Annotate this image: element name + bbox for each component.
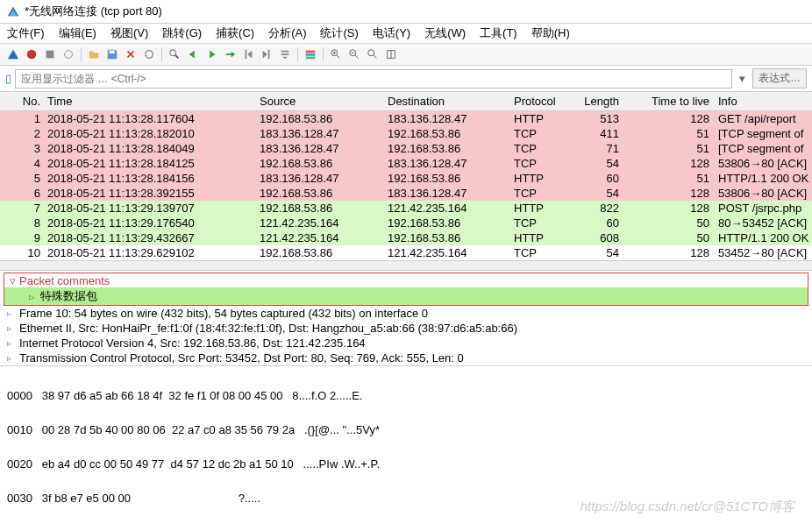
toolbar-separator — [81, 47, 82, 61]
auto-scroll-icon[interactable] — [277, 46, 293, 62]
packet-row[interactable]: 12018-05-21 11:13:28.117604192.168.53.86… — [0, 111, 812, 126]
expand-icon[interactable]: ▹ — [7, 338, 16, 348]
cell-destination: 183.136.128.47 — [384, 111, 510, 126]
cell-time: 2018-05-21 11:13:28.392155 — [44, 186, 256, 201]
expand-icon[interactable]: ▹ — [7, 308, 16, 318]
cell-length: 60 — [572, 171, 623, 186]
packet-row[interactable]: 72018-05-21 11:13:29.139707192.168.53.86… — [0, 201, 812, 216]
cell-time: 2018-05-21 11:13:28.184049 — [44, 141, 256, 156]
menu-capture[interactable]: 捕获(C) — [216, 25, 254, 41]
open-file-icon[interactable] — [86, 46, 102, 62]
packet-row[interactable]: 32018-05-21 11:13:28.184049183.136.128.4… — [0, 141, 812, 156]
packet-row[interactable]: 102018-05-21 11:13:29.629102192.168.53.8… — [0, 245, 812, 260]
packet-row[interactable]: 62018-05-21 11:13:28.392155192.168.53.86… — [0, 186, 812, 201]
cell-protocol: TCP — [510, 216, 572, 230]
svg-point-10 — [368, 50, 374, 56]
menu-view[interactable]: 视图(V) — [110, 25, 148, 41]
cell-destination: 183.136.128.47 — [384, 186, 510, 201]
packet-row[interactable]: 82018-05-21 11:13:29.176540121.42.235.16… — [0, 216, 812, 230]
cell-time: 2018-05-21 11:13:28.117604 — [44, 111, 256, 126]
cell-info: HTTP/1.1 200 OK — [713, 171, 812, 186]
col-header-protocol[interactable]: Protocol — [510, 94, 572, 109]
cell-destination: 192.168.53.86 — [384, 230, 510, 245]
frame-line[interactable]: Frame 10: 54 bytes on wire (432 bits), 5… — [19, 307, 428, 320]
cell-source: 121.42.235.164 — [256, 216, 384, 230]
cell-info: GET /api/report — [713, 111, 812, 126]
expand-icon[interactable]: ▹ — [7, 353, 16, 363]
zoom-reset-icon[interactable] — [365, 46, 381, 62]
col-header-no[interactable]: No. — [0, 94, 44, 109]
packet-details-pane[interactable]: ▿Packet comments ▹特殊数据包 ▹Frame 10: 54 by… — [0, 273, 812, 365]
cell-time: 2018-05-21 11:13:28.182010 — [44, 126, 256, 141]
toolbar-separator — [323, 47, 324, 61]
resize-columns-icon[interactable] — [383, 46, 399, 62]
restart-capture-icon[interactable] — [42, 46, 58, 62]
menu-telephony[interactable]: 电话(Y) — [373, 25, 410, 41]
save-file-icon[interactable] — [104, 46, 120, 62]
colorize-icon[interactable] — [303, 46, 318, 62]
menu-edit[interactable]: 编辑(E) — [59, 25, 96, 41]
expand-icon[interactable]: ▹ — [29, 290, 35, 303]
cell-source: 192.168.53.86 — [256, 111, 384, 126]
menu-bar: 文件(F) 编辑(E) 视图(V) 跳转(G) 捕获(C) 分析(A) 统计(S… — [0, 24, 812, 44]
expression-button[interactable]: 表达式… — [752, 68, 807, 89]
tcp-line[interactable]: Transmission Control Protocol, Src Port:… — [19, 351, 464, 365]
reload-icon[interactable] — [141, 46, 157, 62]
packet-list[interactable]: 12018-05-21 11:13:28.117604192.168.53.86… — [0, 111, 812, 260]
expand-icon[interactable]: ▿ — [10, 274, 16, 287]
cell-ttl: 50 — [623, 216, 713, 230]
zoom-in-icon[interactable] — [328, 46, 344, 62]
packet-row[interactable]: 42018-05-21 11:13:28.184125192.168.53.86… — [0, 156, 812, 171]
cell-no: 1 — [0, 111, 44, 126]
go-forward-icon[interactable] — [203, 46, 219, 62]
cell-ttl: 51 — [623, 126, 713, 141]
svg-point-2 — [65, 51, 73, 59]
svg-rect-5 — [306, 51, 316, 53]
menu-analyze[interactable]: 分析(A) — [268, 25, 306, 41]
hex-line: 0020 eb a4 d0 cc 00 50 49 77 d4 57 12 dc… — [7, 456, 805, 473]
pane-separator[interactable] — [0, 260, 812, 271]
packet-comments-title: Packet comments — [19, 274, 110, 287]
cell-info: 80→53452 [ACK] — [713, 216, 812, 230]
cell-protocol: HTTP — [510, 230, 572, 245]
col-header-destination[interactable]: Destination — [384, 94, 510, 109]
menu-wireless[interactable]: 无线(W) — [424, 25, 466, 41]
cell-info: POST /jsrpc.php — [713, 201, 812, 216]
display-filter-input[interactable] — [15, 69, 732, 89]
find-icon[interactable] — [167, 46, 182, 62]
cell-destination: 121.42.235.164 — [384, 201, 510, 216]
stop-capture-icon[interactable] — [24, 46, 39, 62]
packet-row[interactable]: 92018-05-21 11:13:29.432667121.42.235.16… — [0, 230, 812, 245]
col-header-ttl[interactable]: Time to live — [623, 94, 713, 109]
start-capture-icon[interactable] — [5, 46, 21, 62]
col-header-info[interactable]: Info — [713, 94, 812, 109]
cell-ttl: 128 — [623, 156, 713, 171]
title-bar: *无线网络连接 (tcp port 80) — [0, 0, 812, 24]
menu-tools[interactable]: 工具(T) — [480, 25, 517, 41]
menu-file[interactable]: 文件(F) — [7, 25, 45, 41]
menu-go[interactable]: 跳转(G) — [162, 25, 202, 41]
svg-rect-7 — [306, 57, 316, 60]
packet-row[interactable]: 52018-05-21 11:13:28.184156183.136.128.4… — [0, 171, 812, 186]
go-first-icon[interactable] — [240, 46, 256, 62]
menu-statistics[interactable]: 统计(S) — [320, 25, 358, 41]
close-file-icon[interactable] — [123, 46, 139, 62]
go-to-packet-icon[interactable] — [222, 46, 238, 62]
packet-comment-text: 特殊数据包 — [40, 288, 97, 304]
expand-icon[interactable]: ▹ — [7, 323, 16, 333]
menu-help[interactable]: 帮助(H) — [531, 25, 570, 41]
hex-line: 0000 38 97 d6 a5 ab 66 18 4f 32 fe f1 0f… — [7, 387, 805, 405]
zoom-out-icon[interactable] — [346, 46, 362, 62]
bookmark-icon[interactable]: ▯ — [5, 72, 11, 85]
capture-options-icon[interactable] — [61, 46, 76, 62]
ethernet-line[interactable]: Ethernet II, Src: HonHaiPr_fe:f1:0f (18:… — [19, 322, 517, 335]
packet-row[interactable]: 22018-05-21 11:13:28.182010183.136.128.4… — [0, 126, 812, 141]
ip-line[interactable]: Internet Protocol Version 4, Src: 192.16… — [19, 336, 366, 350]
col-header-time[interactable]: Time — [44, 94, 256, 109]
cell-ttl: 128 — [623, 245, 713, 260]
go-back-icon[interactable] — [185, 46, 201, 62]
col-header-length[interactable]: Length — [572, 94, 623, 109]
filter-dropdown-icon[interactable]: ▾ — [736, 72, 749, 85]
go-last-icon[interactable] — [259, 46, 274, 62]
col-header-source[interactable]: Source — [256, 94, 384, 109]
